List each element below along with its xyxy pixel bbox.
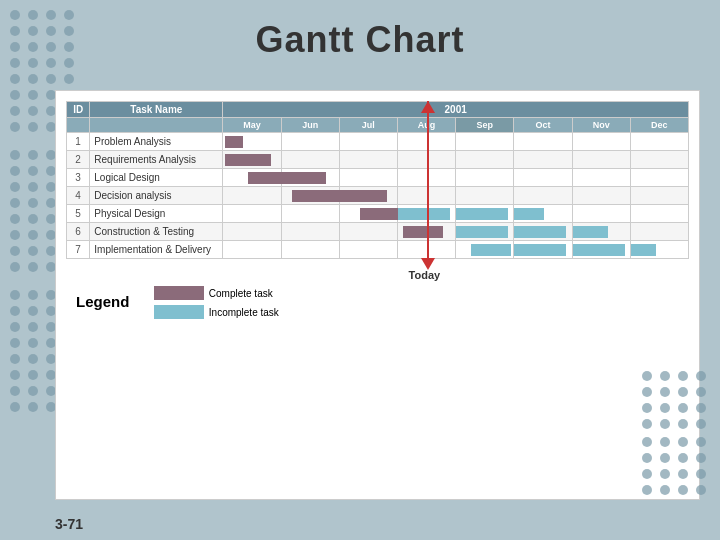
- bar-sep: [456, 133, 514, 151]
- bar-aug: [397, 151, 455, 169]
- task-name: Problem Analysis: [90, 133, 223, 151]
- gantt-table: ID Task Name 2001 May Jun Jul Aug Sep Oc…: [66, 101, 689, 259]
- task-name: Decision analysis: [90, 187, 223, 205]
- bar-may: [223, 151, 281, 169]
- bar-dec: [630, 223, 688, 241]
- task-id: 5: [67, 205, 90, 223]
- bar-nov: [572, 205, 630, 223]
- main-content: ID Task Name 2001 May Jun Jul Aug Sep Oc…: [55, 90, 700, 500]
- bar-dec: [630, 205, 688, 223]
- bar-sep: [456, 169, 514, 187]
- legend: Legend Complete task Incomplete task: [76, 286, 279, 319]
- bar-jun: [281, 151, 339, 169]
- task-id: 4: [67, 187, 90, 205]
- th-id: ID: [67, 102, 90, 118]
- page-header: Gantt Chart: [0, 0, 720, 80]
- task-name: Construction & Testing: [90, 223, 223, 241]
- table-row: 7 Implementation & Delivery: [67, 241, 689, 259]
- bar-sep: [456, 205, 514, 223]
- th-year: 2001: [223, 102, 689, 118]
- th-aug: Aug: [397, 118, 455, 133]
- bar-aug: [397, 133, 455, 151]
- th-sep: Sep: [456, 118, 514, 133]
- legend-complete-box: [154, 286, 204, 300]
- bar-nov: [572, 187, 630, 205]
- legend-complete-label: Complete task: [209, 288, 273, 299]
- bar-may: [223, 169, 281, 187]
- legend-incomplete-box: [154, 305, 204, 319]
- bar-jun: [281, 169, 339, 187]
- task-id: 1: [67, 133, 90, 151]
- bar-aug: [397, 241, 455, 259]
- table-row: 5 Physical Design: [67, 205, 689, 223]
- th-jul: Jul: [339, 118, 397, 133]
- th-task-blank: [90, 118, 223, 133]
- bar-nov: [572, 133, 630, 151]
- bar-dec: [630, 133, 688, 151]
- th-jun: Jun: [281, 118, 339, 133]
- bar-oct: [514, 133, 572, 151]
- task-id: 2: [67, 151, 90, 169]
- task-name: Requirements Analysis: [90, 151, 223, 169]
- bar-oct: [514, 169, 572, 187]
- bar-jun: [281, 133, 339, 151]
- bar-jun: [281, 205, 339, 223]
- bar-aug: [397, 205, 455, 223]
- gantt-table-container: ID Task Name 2001 May Jun Jul Aug Sep Oc…: [66, 101, 689, 259]
- bar-nov: [572, 223, 630, 241]
- bar-jul: [339, 133, 397, 151]
- task-name: Logical Design: [90, 169, 223, 187]
- slide-number: 3-71: [55, 516, 83, 532]
- bar-aug: [397, 169, 455, 187]
- task-name: Implementation & Delivery: [90, 241, 223, 259]
- th-may: May: [223, 118, 281, 133]
- bar-oct: [514, 151, 572, 169]
- bar-oct: [514, 205, 572, 223]
- bar-nov: [572, 241, 630, 259]
- table-row: 6 Construction & Testing: [67, 223, 689, 241]
- today-text-label: Today: [409, 269, 441, 281]
- bar-jul: [339, 169, 397, 187]
- bar-dec: [630, 169, 688, 187]
- bar-jun: [281, 241, 339, 259]
- legend-complete-item: Complete task: [154, 286, 279, 300]
- bar-aug: [397, 223, 455, 241]
- bar-oct: [514, 241, 572, 259]
- legend-incomplete-label: Incomplete task: [209, 307, 279, 318]
- legend-incomplete-item: Incomplete task: [154, 305, 279, 319]
- dot-grid-right: [642, 371, 708, 495]
- th-dec: Dec: [630, 118, 688, 133]
- bar-dec: [630, 241, 688, 259]
- bar-sep: [456, 187, 514, 205]
- task-name: Physical Design: [90, 205, 223, 223]
- th-task: Task Name: [90, 102, 223, 118]
- bar-dec: [630, 187, 688, 205]
- task-id: 6: [67, 223, 90, 241]
- bar-jul: [339, 241, 397, 259]
- bar-may: [223, 205, 281, 223]
- th-oct: Oct: [514, 118, 572, 133]
- bar-oct: [514, 187, 572, 205]
- bar-nov: [572, 151, 630, 169]
- bar-jul: [339, 223, 397, 241]
- bar-jul: [339, 205, 397, 223]
- bar-jul: [339, 151, 397, 169]
- legend-title: Legend: [76, 293, 129, 310]
- table-row: 4 Decision analysis: [67, 187, 689, 205]
- bar-jun: [281, 187, 339, 205]
- th-nov: Nov: [572, 118, 630, 133]
- bar-jun: [281, 223, 339, 241]
- bar-aug: [397, 187, 455, 205]
- table-row: 2 Requirements Analysis: [67, 151, 689, 169]
- bar-may: [223, 133, 281, 151]
- bar-sep: [456, 151, 514, 169]
- bar-nov: [572, 169, 630, 187]
- table-row: 3 Logical Design: [67, 169, 689, 187]
- bar-may: [223, 223, 281, 241]
- page-title: Gantt Chart: [256, 19, 465, 61]
- table-row: 1 Problem Analysis: [67, 133, 689, 151]
- bar-dec: [630, 151, 688, 169]
- bar-may: [223, 187, 281, 205]
- th-id-blank: [67, 118, 90, 133]
- bar-oct: [514, 223, 572, 241]
